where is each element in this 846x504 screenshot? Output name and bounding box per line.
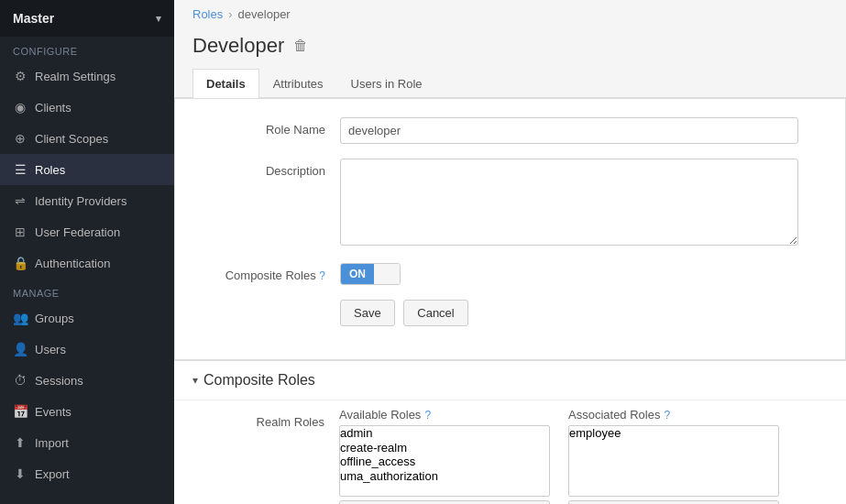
sidebar-item-label: Identity Providers [35,194,126,208]
sidebar-item-label: Import [35,436,69,450]
available-roles-header: Available Roles ? [339,408,550,422]
main-content: Roles › developer Developer 🗑 Details At… [174,0,846,504]
client-scopes-icon: ⊕ [13,131,27,146]
sidebar-item-realm-settings[interactable]: ⚙ Realm Settings [0,60,174,92]
role-name-row: Role Name [193,117,827,144]
composite-roles-toggle[interactable]: ON [340,263,401,285]
user-federation-icon: ⊞ [13,225,27,239]
breadcrumb-current: developer [238,7,291,21]
form-actions-row: Save Cancel [193,300,827,326]
add-selected-button[interactable]: Add selected » [339,500,550,504]
sidebar-item-client-scopes[interactable]: ⊕ Client Scopes [0,123,174,154]
collapse-arrow-icon: ▾ [192,374,198,387]
associated-roles-listbox[interactable]: employee [568,425,779,497]
list-item[interactable]: offline_access [340,455,549,469]
sidebar-item-events[interactable]: 📅 Events [0,396,174,427]
roles-section: Realm Roles Available Roles ? admin crea… [174,400,846,504]
list-item[interactable]: employee [569,426,778,441]
sidebar-item-groups[interactable]: 👥 Groups [0,302,174,334]
tab-details[interactable]: Details [192,69,259,98]
available-roles-help-icon[interactable]: ? [424,409,431,422]
manage-section-label: Manage [0,279,174,302]
list-item[interactable]: uma_authorization [340,469,549,484]
sidebar-item-label: Authentication [35,257,110,270]
import-icon: ⬆ [13,435,27,450]
sidebar-item-user-federation[interactable]: ⊞ User Federation [0,216,174,247]
roles-columns: Available Roles ? admin create-realm off… [339,408,828,504]
toggle-on-label: ON [341,264,374,284]
available-roles-col: Available Roles ? admin create-realm off… [339,408,550,504]
available-roles-listbox[interactable]: admin create-realm offline_access uma_au… [339,425,550,497]
sidebar-item-label: Roles [35,163,65,177]
breadcrumb: Roles › developer [174,0,846,28]
cancel-button[interactable]: Cancel [403,300,467,326]
sidebar: Master ▾ Configure ⚙ Realm Settings ◉ Cl… [0,0,174,504]
sidebar-item-label: Client Scopes [35,132,108,146]
groups-icon: 👥 [13,311,27,325]
composite-roles-label: Composite Roles ? [193,263,340,282]
description-label: Description [193,159,340,178]
associated-roles-col: Associated Roles ? employee « Remove sel… [568,408,779,504]
remove-selected-button[interactable]: « Remove selected [568,500,779,504]
delete-icon[interactable]: 🗑 [293,38,308,54]
description-textarea[interactable] [340,159,798,246]
list-item[interactable]: create-realm [340,441,549,455]
realm-roles-row: Realm Roles Available Roles ? admin crea… [192,408,828,504]
sessions-icon: ⏱ [13,373,27,388]
sidebar-item-roles[interactable]: ☰ Roles [0,154,174,185]
composite-roles-section-title: Composite Roles [203,372,315,389]
gear-icon: ⚙ [13,69,27,83]
composite-roles-control: ON [340,263,798,285]
export-icon: ⬇ [13,466,27,481]
description-row: Description [193,159,827,248]
sidebar-item-label: Clients [35,101,71,115]
composite-roles-help-icon[interactable]: ? [319,269,325,282]
sidebar-item-label: Export [35,467,70,481]
sidebar-item-label: Sessions [35,374,83,388]
role-name-label: Role Name [193,117,340,137]
sidebar-item-label: Users [35,343,66,356]
form-actions: Save Cancel [340,300,798,326]
sidebar-item-label: Groups [35,312,74,325]
page-title: Developer [192,34,284,58]
realm-roles-label: Realm Roles [192,408,339,429]
role-name-control [340,117,798,144]
sidebar-item-import[interactable]: ⬆ Import [0,427,174,458]
identity-providers-icon: ⇌ [13,193,27,208]
composite-roles-row: Composite Roles ? ON [193,263,827,285]
sidebar-item-authentication[interactable]: 🔒 Authentication [0,247,174,279]
save-button[interactable]: Save [340,300,395,326]
configure-section-label: Configure [0,37,174,60]
associated-roles-help-icon[interactable]: ? [664,409,670,422]
sidebar-item-label: User Federation [35,225,120,239]
sidebar-item-export[interactable]: ⬇ Export [0,458,174,489]
associated-roles-header: Associated Roles ? [568,408,779,422]
tab-users-in-role[interactable]: Users in Role [337,69,436,98]
chevron-down-icon: ▾ [156,13,161,25]
tab-attributes[interactable]: Attributes [259,69,337,98]
composite-roles-section-header[interactable]: ▾ Composite Roles [174,360,846,400]
roles-icon: ☰ [13,162,27,177]
sidebar-item-identity-providers[interactable]: ⇌ Identity Providers [0,185,174,216]
description-control [340,159,798,248]
role-name-input[interactable] [340,117,798,144]
lock-icon: 🔒 [13,256,27,270]
sidebar-item-label: Events [35,405,71,419]
page-header: Developer 🗑 [174,28,846,58]
breadcrumb-roles-link[interactable]: Roles [192,7,223,21]
clients-icon: ◉ [13,100,27,115]
sidebar-item-clients[interactable]: ◉ Clients [0,92,174,123]
form-area: Role Name Description Composite Roles ? … [174,98,846,360]
master-realm-header[interactable]: Master ▾ [0,0,174,37]
sidebar-item-label: Realm Settings [35,70,115,83]
breadcrumb-separator: › [228,7,232,21]
sidebar-item-users[interactable]: 👤 Users [0,334,174,365]
tabs-bar: Details Attributes Users in Role [174,58,846,98]
events-icon: 📅 [13,404,27,419]
master-realm-label: Master [13,11,54,26]
toggle-off-label [374,264,400,284]
users-icon: 👤 [13,342,27,356]
sidebar-item-sessions[interactable]: ⏱ Sessions [0,365,174,396]
list-item[interactable]: admin [340,426,549,441]
